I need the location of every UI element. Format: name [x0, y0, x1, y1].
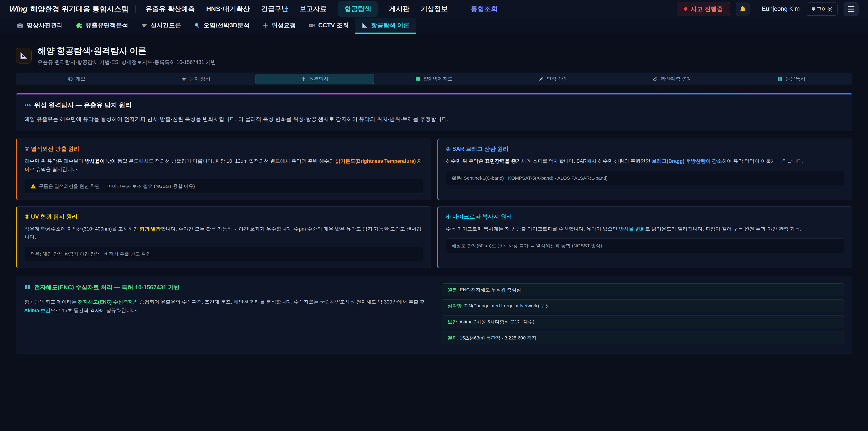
card-note: 적용: 해경 감시 항공기 야간 탐색 · 비정상 유출 신고 확인 — [25, 247, 423, 261]
nav-item-integrated-search[interactable]: 통합조회 — [471, 4, 498, 13]
menu-button[interactable] — [844, 2, 859, 16]
subtab-aerial-search-theory[interactable]: 항공탐색 이론 — [355, 18, 416, 34]
open-book-icon — [24, 284, 31, 291]
ufo-icon — [181, 76, 186, 82]
nav-item-rescue[interactable]: 긴급구난 — [261, 4, 288, 13]
nav-item-weather[interactable]: 기상정보 — [421, 4, 448, 13]
card-title: ③ UV 형광 탐지 원리 — [25, 213, 423, 220]
tab-area-calculation[interactable]: 면적 산정 — [494, 74, 613, 84]
enc-depth-data-section: 전자해도(ENC) 수심자료 처리 — 특허 10-1567431 기반 항공탐… — [16, 276, 852, 353]
card-title: ④ 마이크로파 복사계 원리 — [446, 213, 844, 220]
logout-button[interactable]: 로그아웃 — [806, 2, 838, 16]
status-dot-icon — [684, 7, 687, 11]
bell-icon — [739, 5, 747, 13]
satellite-star-icon — [301, 76, 306, 82]
satellite-icon — [24, 102, 31, 109]
enc-left-column: 전자해도(ENC) 수심자료 처리 — 특허 10-1567431 기반 항공탐… — [24, 283, 426, 344]
subtab-spill-area-analysis[interactable]: 유출유면적분석 — [69, 18, 134, 34]
subtab-realtime-drone[interactable]: 실시간드론 — [134, 18, 187, 34]
enc-row-source: 원본 : ENC 전자해도 무작위 측심점 — [442, 283, 844, 296]
topbar-right: 사고 진행중 Eunjeong Kim 로그아웃 — [677, 2, 859, 16]
card-thermal-infrared: ① 열적외선 방출 원리 해수면 위 유막은 해수보다 방사율이 낮아 동일 온… — [16, 138, 431, 200]
divider — [459, 5, 459, 13]
subtab-photo-management[interactable]: 영상사진관리 — [10, 18, 69, 34]
card-note: 구름은 열적외선을 완전 차단 → 마이크로파 보조 필요 (NGSST 융합 … — [25, 179, 423, 193]
card-body: 수동 마이크로파 복사계는 지구 방출 마이크로파를 수신합니다. 유막이 있으… — [446, 225, 844, 233]
star-icon — [262, 22, 269, 29]
card-body: 석유계 탄화수소에 자외선(310~400nm)을 조사하면 형광 발광합니다.… — [25, 225, 423, 241]
tab-remote-sensing[interactable]: 원격탐사 — [255, 74, 374, 84]
tab-esi-map[interactable]: ESI 방제지도 — [374, 74, 493, 84]
link-icon — [653, 76, 658, 82]
page-subtitle: 유출유 원격탐지·항공감시 기법·ESI 방제정보지도·등록특허 10-1567… — [37, 59, 216, 66]
user-name: Eunjeong Kim — [762, 5, 800, 12]
magnifier-icon — [194, 22, 200, 29]
card-note: 해상도 한계(50km)로 단독 사용 불가 → 열적외선과 융합 (NGSST… — [446, 239, 844, 253]
map-icon — [415, 76, 421, 82]
brand: Wing 해양환경 위기대응 통합시스템 — [9, 4, 129, 14]
triangle-ruler-icon — [19, 51, 28, 60]
tab-detection-equipment[interactable]: 탐지 장비 — [136, 74, 255, 84]
nav-item-hns[interactable]: HNS·대기확산 — [206, 4, 250, 13]
enc-row-result: 결과 : 15초(463m) 등간격 · 3,225,600 격자 — [442, 332, 844, 344]
subtab-cctv[interactable]: CCTV 조회 — [302, 18, 355, 34]
status-badge-label: 사고 진행중 — [690, 5, 723, 13]
principle-cards-grid: ① 열적외선 방출 원리 해수면 위 유막은 해수보다 방사율이 낮아 동일 온… — [16, 138, 852, 268]
card-title: ① 열적외선 방출 원리 — [25, 145, 423, 153]
subtab-satellite-request[interactable]: 위성요청 — [256, 18, 302, 34]
enc-section-title: 전자해도(ENC) 수심자료 처리 — 특허 10-1567431 기반 — [24, 283, 426, 291]
subtab-pollution-3d-analysis[interactable]: 오염/선박3D분석 — [187, 18, 256, 34]
enc-section-body: 항공탐색 좌표 데이터는 전자해도(ENC) 수심격자와 중첩되어 유출유의 수… — [24, 298, 426, 315]
page-header-text: 해양 항공탐색·원격탐사 이론 유출유 원격탐지·항공감시 기법·ESI 방제정… — [37, 45, 216, 66]
page-icon-box — [16, 48, 32, 63]
card-sar-bragg: ② SAR 브래그 산란 원리 해수면 위 유막은 표면장력을 증가시켜 소파를… — [437, 138, 852, 200]
notifications-button[interactable] — [736, 2, 750, 16]
card-body: 해수면 위 유막은 표면장력을 증가시켜 소파를 억제합니다. SAR에서 해수… — [446, 157, 844, 165]
enc-row-interpolation: 보간 : Akima 2차원 5차다항식 (21개 계수) — [442, 315, 844, 328]
card-microwave-radiometer: ④ 마이크로파 복사계 원리 수동 마이크로파 복사계는 지구 방출 마이크로파… — [437, 206, 852, 268]
card-body: 해수면 위 유막은 해수보다 방사율이 낮아 동일 온도에서도 적외선 방출량이… — [25, 157, 423, 174]
warning-icon — [30, 183, 36, 189]
globe-icon — [68, 76, 73, 82]
videocam-icon — [309, 22, 315, 29]
nav-item-board[interactable]: 게시판 — [389, 4, 409, 13]
main-nav: 유출유 확산예측 HNS·대기확산 긴급구난 보고자료 항공탐색 게시판 기상정… — [146, 1, 498, 17]
pen-icon — [538, 76, 544, 82]
ufo-icon — [141, 22, 148, 29]
hamburger-icon — [848, 6, 855, 7]
page-header: 해양 항공탐색·원격탐사 이론 유출유 원격탐지·항공감시 기법·ESI 방제정… — [16, 45, 852, 66]
brand-logo: Wing — [9, 4, 27, 13]
main-content: 해양 항공탐색·원격탐사 이론 유출유 원격탐지·항공감시 기법·ESI 방제정… — [0, 45, 868, 353]
card-title: ② SAR 브래그 산란 원리 — [446, 145, 844, 153]
tab-forecast-link[interactable]: 확산예측 연계 — [613, 74, 732, 84]
sub-navigation: 영상사진관리 유출유면적분석 실시간드론 오염/선박3D분석 위성요청 C — [0, 18, 868, 34]
section-title: 위성 원격탐사 — 유출유 탐지 원리 — [24, 101, 844, 110]
nav-item-spill-forecast[interactable]: 유출유 확산예측 — [146, 4, 195, 13]
card-uv-fluorescence: ③ UV 형광 탐지 원리 석유계 탄화수소에 자외선(310~400nm)을 … — [16, 206, 431, 268]
remote-sensing-intro-section: 위성 원격탐사 — 유출유 탐지 원리 해양 유출유는 해수면에 유막을 형성하… — [16, 93, 852, 131]
nav-item-reports[interactable]: 보고자료 — [300, 4, 327, 13]
nav-item-aerial-search[interactable]: 항공탐색 — [338, 1, 378, 17]
enc-pipeline-rows: 원본 : ENC 전자해도 무작위 측심점 삼각망 : TIN(Triangul… — [442, 283, 844, 344]
app-title: 해양환경 위기대응 통합시스템 — [31, 4, 129, 14]
camera-icon — [17, 22, 24, 29]
puzzle-icon — [76, 22, 83, 29]
card-note: 활용: Sentinel-1(C-band) · KOMPSAT-5(X-ban… — [446, 171, 844, 185]
books-icon — [777, 76, 783, 82]
tab-overview[interactable]: 개요 — [17, 74, 136, 84]
enc-row-triangulation: 삼각망 : TIN(Triangulated Irregular Network… — [442, 300, 844, 312]
theory-tab-bar: 개요 탐지 장비 원격탐사 ESI 방제지도 — [16, 72, 852, 85]
section-body: 해양 유출유는 해수면에 유막을 형성하여 전자기파 반사·방출·산란 특성을 … — [24, 115, 844, 123]
triangle-ruler-icon — [362, 22, 368, 29]
tab-papers-patents[interactable]: 논문특허 — [732, 74, 851, 84]
top-navigation-bar: Wing 해양환경 위기대응 통합시스템 유출유 확산예측 HNS·대기확산 긴… — [0, 0, 868, 18]
incident-status-badge: 사고 진행중 — [677, 2, 730, 16]
page-title: 해양 항공탐색·원격탐사 이론 — [37, 45, 216, 57]
